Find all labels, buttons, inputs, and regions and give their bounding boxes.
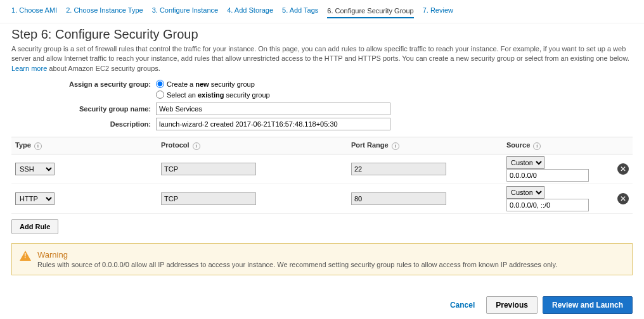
tab-choose-ami[interactable]: 1. Choose AMI (11, 5, 57, 18)
review-launch-button[interactable]: Review and Launch (543, 296, 633, 314)
learn-more-link[interactable]: Learn more (11, 65, 47, 72)
radio-create-new[interactable] (156, 80, 164, 88)
warning-box: Warning Rules with source of 0.0.0.0/0 a… (11, 243, 633, 275)
tab-security-group[interactable]: 6. Configure Security Group (327, 6, 413, 18)
source-select[interactable]: Custom (506, 186, 544, 199)
col-port: Port Range i (347, 137, 503, 154)
tab-add-tags[interactable]: 5. Add Tags (282, 5, 318, 18)
sg-desc-label: Description: (11, 120, 156, 128)
page-title: Step 6: Configure Security Group (11, 27, 633, 42)
port-box: 80 (351, 192, 446, 205)
remove-rule-icon[interactable]: ✕ (617, 193, 629, 204)
col-source: Source i (503, 137, 614, 154)
wizard-tabs: 1. Choose AMI 2. Choose Instance Type 3.… (0, 0, 644, 23)
table-row: HTTP TCP 80 Custom ✕ (11, 184, 633, 213)
radio-select-existing[interactable] (156, 91, 164, 99)
col-protocol: Protocol i (157, 137, 347, 154)
info-icon[interactable]: i (193, 142, 200, 150)
radio-create-new-label: Create a new security group (167, 80, 255, 88)
tab-configure-instance[interactable]: 3. Configure Instance (152, 5, 219, 18)
page-description: A security group is a set of firewall ru… (11, 44, 633, 73)
info-icon[interactable]: i (34, 142, 42, 150)
source-input[interactable] (506, 199, 589, 211)
tab-add-storage[interactable]: 4. Add Storage (227, 5, 273, 18)
info-icon[interactable]: i (392, 142, 399, 150)
table-row: SSH TCP 22 Custom ✕ (11, 154, 633, 184)
footer: Cancel Previous Review and Launch (444, 296, 633, 314)
type-select[interactable]: SSH (15, 163, 55, 175)
assign-label: Assign a security group: (11, 80, 156, 88)
source-input[interactable] (506, 169, 589, 182)
add-rule-button[interactable]: Add Rule (11, 219, 58, 234)
info-icon[interactable]: i (533, 142, 541, 150)
sg-name-input[interactable] (156, 103, 390, 115)
warning-icon (20, 251, 31, 261)
rules-table: Type i Protocol i Port Range i Source i … (11, 137, 633, 214)
protocol-box: TCP (161, 163, 256, 175)
radio-select-existing-label: Select an existing security group (167, 91, 270, 99)
sg-desc-input[interactable] (156, 118, 390, 130)
warning-text: Rules with source of 0.0.0.0/0 allow all… (37, 261, 557, 268)
protocol-box: TCP (161, 192, 256, 205)
tab-review[interactable]: 7. Review (423, 5, 453, 18)
port-box: 22 (351, 163, 446, 175)
tab-instance-type[interactable]: 2. Choose Instance Type (66, 5, 143, 18)
remove-rule-icon[interactable]: ✕ (617, 163, 629, 175)
cancel-button[interactable]: Cancel (444, 297, 481, 313)
type-select[interactable]: HTTP (15, 192, 55, 205)
previous-button[interactable]: Previous (486, 296, 538, 314)
source-select[interactable]: Custom (506, 156, 544, 169)
col-type: Type i (11, 137, 157, 154)
sg-name-label: Security group name: (11, 105, 156, 113)
warning-title: Warning (37, 250, 557, 260)
